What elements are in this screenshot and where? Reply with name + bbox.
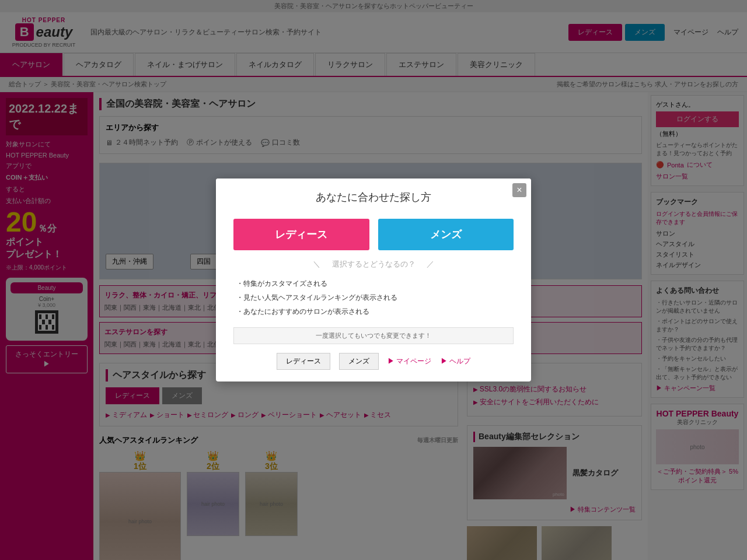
modal-footer-ladies[interactable]: レディース — [277, 353, 330, 370]
modal: × あなたに合わせた探し方 レディース メンズ ＼ 選択するとどうなるの？ ／ … — [216, 178, 531, 382]
modal-selection-right-deco: ／ — [427, 260, 434, 268]
modal-benefit-3: あなたにおすすめのサロンが表示される — [233, 304, 514, 318]
modal-benefit-2: 見たい人気ヘアスタイルランキングが表示される — [233, 290, 514, 304]
modal-overlay[interactable]: × あなたに合わせた探し方 レディース メンズ ＼ 選択するとどうなるの？ ／ … — [0, 0, 747, 560]
modal-ladies-button[interactable]: レディース — [233, 219, 369, 250]
modal-selection-left-deco: ＼ — [313, 260, 320, 268]
modal-change-note: 一度選択してもいつでも変更できます！ — [233, 327, 514, 344]
modal-selection-text: ＼ 選択するとどうなるの？ ／ — [233, 259, 514, 270]
modal-close-button[interactable]: × — [512, 183, 526, 197]
modal-selection-label: 選択するとどうなるの？ — [332, 260, 416, 268]
modal-header: あなたに合わせた探し方 — [216, 178, 531, 210]
modal-body: レディース メンズ ＼ 選択するとどうなるの？ ／ 特集がカスタマイズされる 見… — [216, 210, 531, 382]
modal-footer-help[interactable]: ▶ ヘルプ — [441, 356, 470, 366]
modal-title: あなたに合わせた探し方 — [228, 190, 519, 204]
modal-footer: レディース メンズ ▶ マイページ ▶ ヘルプ — [233, 350, 514, 370]
modal-mens-button[interactable]: メンズ — [378, 219, 514, 250]
modal-benefits: 特集がカスタマイズされる 見たい人気ヘアスタイルランキングが表示される あなたに… — [233, 276, 514, 318]
modal-footer-mypage[interactable]: ▶ マイページ — [388, 356, 431, 366]
modal-gender-buttons: レディース メンズ — [233, 219, 514, 250]
modal-footer-mens[interactable]: メンズ — [339, 353, 379, 370]
modal-benefit-1: 特集がカスタマイズされる — [233, 276, 514, 290]
